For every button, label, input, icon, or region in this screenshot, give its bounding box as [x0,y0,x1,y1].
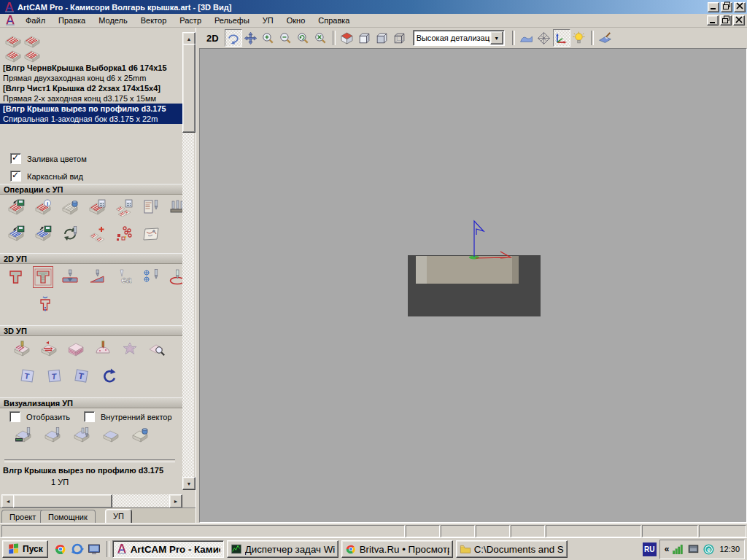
child-minimize-button[interactable] [707,15,719,26]
display-settings-icon[interactable] [687,543,700,556]
simulate-all-icon[interactable] [71,424,92,446]
menu-window[interactable]: Окно [280,15,312,26]
tab-project[interactable]: Проект [1,510,44,523]
zoom-in-icon[interactable] [260,29,277,47]
calculate-toolpath-icon[interactable] [87,197,107,219]
toolpath-notes-icon[interactable] [141,197,161,219]
batch-calculate-icon[interactable] [114,197,134,219]
close-button[interactable] [734,2,746,12]
new-toolpath-icon[interactable] [60,197,80,219]
feature-machining-icon[interactable] [120,338,140,360]
copy-toolpath-icon[interactable] [87,223,107,245]
toolpath-name[interactable]: [Влгр ЧернвКрышка Выборка1 d6 174x15 [0,63,182,73]
chevron-down-icon[interactable]: ▼ [490,31,503,44]
menu-toolpaths[interactable]: УП [256,15,280,26]
bevel-carving-icon[interactable] [87,266,107,288]
paint-relief-icon[interactable] [597,29,614,47]
waterline-icon[interactable] [66,338,86,360]
zoom-objects-icon[interactable] [312,29,330,47]
wireframe-checkbox[interactable] [10,171,21,182]
iso-view-icon[interactable] [338,29,356,47]
pan-icon[interactable] [242,29,260,47]
menu-file[interactable]: Файл [19,15,52,26]
zoom-previous-icon[interactable] [295,29,312,47]
save-toolpath-as-icon[interactable] [6,197,26,219]
toolpath-name[interactable]: [Влгр Чист1 Крышка d2 2хзах 174x15x4] [0,83,182,93]
child-restore-button[interactable] [720,15,732,26]
toolpath-template-icon[interactable] [141,223,161,245]
rotate-icon[interactable] [225,29,242,47]
detail-level-dropdown[interactable]: Высокая детализация ▼ [413,30,505,46]
toolpaths-icon[interactable] [23,32,42,47]
task-taskmanager[interactable]: Диспетчер задач Wind... [227,540,338,558]
eset-antivirus-icon[interactable]: e [703,543,715,556]
toolpath-tool[interactable]: Прямая 2-х заходная конц d3.175 x 15мм [0,93,182,104]
lighting-icon[interactable] [570,29,588,47]
save-toolpath-icon[interactable] [33,223,53,245]
z-roughing-icon[interactable] [12,338,32,360]
child-close-button[interactable] [733,15,745,26]
colour-shade-checkbox[interactable] [10,153,21,164]
toolpaths-icon[interactable] [4,47,23,61]
toolpath-tool[interactable]: Спиральная 1-заходная бок d3.175 x 22m [0,114,182,124]
drilling-icon[interactable] [141,266,161,288]
panel-horizontal-scrollbar[interactable]: ◄ ► [1,494,181,507]
start-button[interactable]: Пуск [2,540,48,558]
minimize-button[interactable] [708,2,719,12]
toolpath-preview-icon[interactable] [147,338,167,360]
toolpath-tool[interactable]: Прямая двухзаходная конц d6 x 25mm [0,73,182,83]
toolpaths-icon[interactable] [4,32,23,47]
panel-vertical-scrollbar[interactable]: ▲ ▼ [182,32,194,489]
toolpaths-icon[interactable] [23,47,42,61]
engraving-icon[interactable]: ea [114,266,134,288]
toolpath-info-icon[interactable]: i [33,197,53,219]
menu-raster[interactable]: Растр [173,15,208,26]
simulate-fast-icon[interactable] [42,424,63,446]
delete-simulation-icon[interactable] [130,424,150,446]
3d-cut-icon[interactable] [93,338,113,360]
network-signal-icon[interactable] [672,543,684,556]
menu-help[interactable]: Справка [311,15,356,26]
zoom-out-icon[interactable] [277,29,295,47]
view-along-y-icon[interactable] [374,29,391,47]
task-browser[interactable]: Britva.Ru • Просмотр те... [341,540,453,558]
scroll-down-button[interactable]: ▼ [182,477,196,490]
relief-shade-icon[interactable] [518,29,535,47]
menu-model[interactable]: Модель [92,15,133,26]
chrome-icon[interactable] [54,542,67,556]
show-simulation-checkbox[interactable] [9,411,20,422]
tab-toolpaths[interactable]: УП [105,509,132,523]
machine-relief-flat-icon[interactable]: T [18,365,38,387]
task-explorer[interactable]: C:\Documents and Settin... [456,540,568,558]
scroll-thumb[interactable] [13,494,112,508]
draft-grid-icon[interactable] [535,29,553,47]
machine-relief-angle-icon[interactable]: T [44,365,65,387]
simulate-toolpath-icon[interactable] [13,424,34,446]
transform-toolpath-icon[interactable] [60,223,80,245]
raster-roughing-icon[interactable] [39,338,59,360]
v-bit-carving-icon[interactable] [60,266,80,288]
collapse-tray-icon[interactable]: « [665,544,670,554]
3d-viewport[interactable] [199,48,747,523]
view-along-z-icon[interactable] [391,29,409,47]
merge-toolpaths-icon[interactable] [114,223,134,245]
menu-edit[interactable]: Правка [52,15,92,26]
scroll-right-button[interactable]: ► [169,494,182,508]
task-artcam[interactable]: ArtCAM Pro - Камисо... [112,540,224,558]
inlay-icon[interactable] [35,293,55,315]
switch-2d-button[interactable]: 2D [204,32,222,44]
machine-relief-3d-icon[interactable]: T [71,365,92,387]
origin-axes-icon[interactable] [553,29,570,47]
restore-button[interactable] [721,2,732,12]
menu-vector[interactable]: Вектор [134,15,174,26]
inner-vector-checkbox[interactable] [84,411,95,422]
menu-reliefs[interactable]: Рельефы [208,15,256,26]
language-indicator[interactable]: RU [643,542,657,556]
pocket-icon[interactable] [33,266,53,288]
show-desktop-icon[interactable] [88,542,101,556]
tab-assistant[interactable]: Помощник [40,510,96,523]
scroll-thumb[interactable] [182,44,196,133]
profile-icon[interactable] [6,266,26,288]
undo-icon[interactable] [98,365,119,387]
load-toolpath-icon[interactable] [6,223,26,245]
